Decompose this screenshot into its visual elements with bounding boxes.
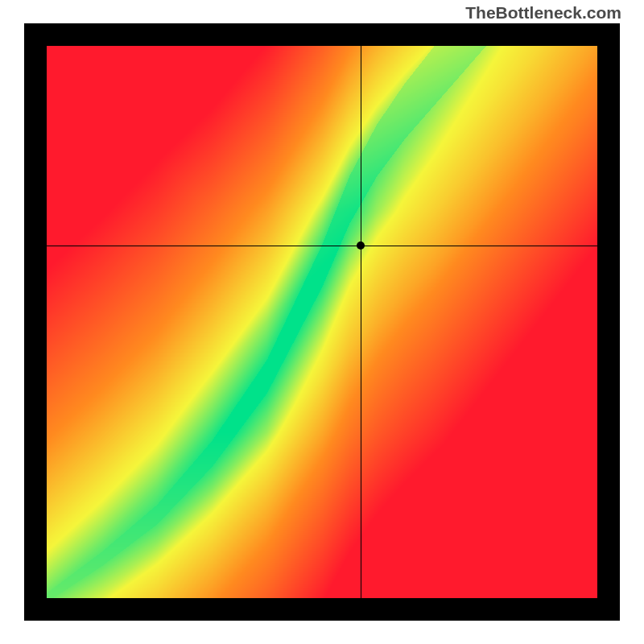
chart-container: TheBottleneck.com: [0, 0, 644, 644]
data-point-marker: [357, 242, 365, 250]
crosshair-vertical: [361, 23, 361, 621]
plot-area: [24, 23, 620, 621]
watermark-text: TheBottleneck.com: [465, 3, 621, 23]
heatmap-canvas: [24, 23, 620, 621]
crosshair-horizontal: [24, 246, 620, 246]
